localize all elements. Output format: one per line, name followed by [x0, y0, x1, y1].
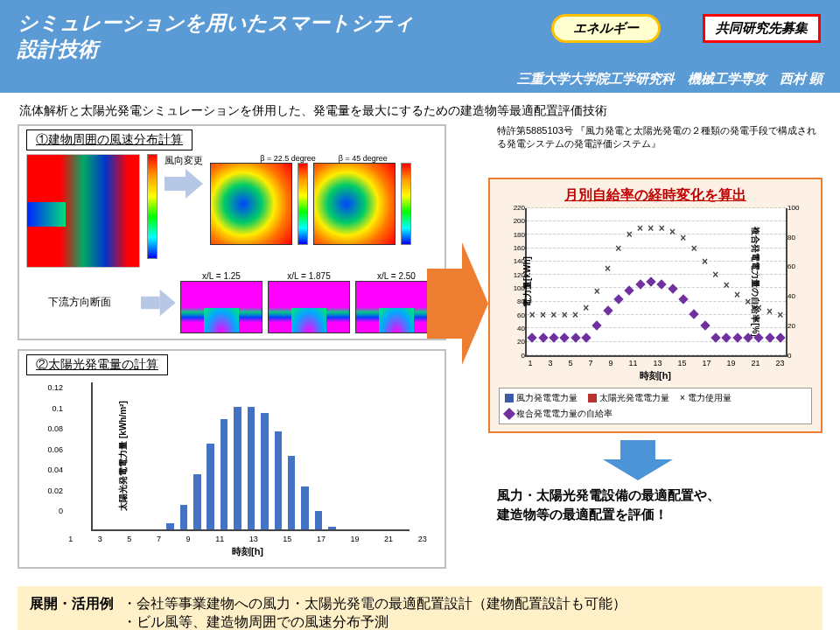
title-line2: 設計技術: [18, 38, 98, 60]
lead-text: 流体解析と太陽光発電シミュレーションを併用した、発電量を最大にするための建造物等…: [0, 93, 840, 124]
combo-xlabel: 時刻[h]: [499, 369, 812, 382]
combo-chart-title: 月別自給率の経時変化を算出: [499, 186, 812, 205]
cfd-beta22: [210, 163, 292, 245]
legend-usage: ×電力使用量: [680, 392, 732, 404]
panel1-heading: ①建物周囲の風速分布計算: [26, 130, 192, 150]
pv-bar-chart: 太陽光発電電力量 [kWh/m²]: [91, 382, 410, 531]
combo-yticks-left: 020406080100120140160180200220: [506, 204, 525, 360]
footer-lines: ・会社等事業建物への風力・太陽光発電の最適配置設計（建物配置設計も可能） ・ビル…: [122, 595, 626, 630]
beta-label-2: β = 45 degree: [339, 154, 388, 163]
panel2-heading: ②太陽光発電量の計算: [26, 354, 168, 375]
legend-wind: 風力発電電力量: [505, 392, 578, 404]
colorbar-icon: [298, 163, 308, 245]
cfd-section-1: [180, 281, 262, 333]
footer-applications: 展開・活用例 ・会社等事業建物への風力・太陽光発電の最適配置設計（建物配置設計も…: [18, 586, 822, 630]
patent-text: 特許第5885103号 『風力発電と太陽光発電の２種類の発電手段で構成される発電…: [497, 124, 822, 151]
arrow-down-icon: [603, 440, 673, 480]
beta-label-1: β = 22.5 degree: [260, 154, 315, 163]
footer-line1: ・会社等事業建物への風力・太陽光発電の最適配置設計（建物配置設計も可能）: [122, 595, 626, 613]
xl-label-2: x/L = 1.875: [268, 271, 350, 281]
header-banner: シミュレーションを用いたスマートシティ 設計技術 エネルギー 共同研究先募集 三…: [0, 0, 840, 93]
badge-energy: エネルギー: [551, 14, 661, 43]
note-downstream: 下流方向断面: [26, 295, 134, 310]
note-wind-direction: 風向変更: [164, 154, 203, 167]
pv-y-ticks: 0.120.10.080.060.040.020: [44, 384, 63, 515]
page-title: シミュレーションを用いたスマートシティ 設計技術: [18, 10, 822, 63]
arrow-right-icon: [164, 169, 203, 199]
combo-chart-panel: 月別自給率の経時変化を算出 電力量[kWh] 複合発電電力量の自給率[%] 02…: [488, 178, 822, 433]
pv-x-ticks: 1357911131517192123: [65, 535, 430, 543]
cfd-section-2: [268, 281, 350, 333]
colorbar-icon: [147, 154, 158, 259]
cfd-plan-view: [26, 154, 140, 268]
xl-label-3: x/L = 2.50: [355, 271, 438, 281]
affiliation: 三重大学大学院工学研究科 機械工学専攻 西村 顕: [517, 71, 822, 88]
combo-legend: 風力発電電力量 太陽光発電電力量 ×電力使用量 複合発電電力量の自給率: [499, 388, 812, 424]
colorbar-icon: [401, 163, 411, 245]
footer-heading: 展開・活用例: [30, 595, 114, 630]
panel-pv-generation: ②太陽光発電量の計算 1日の総量：0.71kWh/m² 0.120.10.080…: [18, 349, 446, 569]
pv-xlabel: 時刻[h]: [65, 545, 430, 558]
badge-collab: 共同研究先募集: [703, 14, 821, 43]
cfd-section-3: [355, 281, 438, 333]
combo-chart: 電力量[kWh] 複合発電電力量の自給率[%] 0204060801001201…: [525, 208, 788, 357]
cfd-beta45: [313, 163, 396, 245]
title-line1: シミュレーションを用いたスマートシティ: [18, 11, 414, 34]
combo-yticks-right: 020406080100: [788, 204, 805, 360]
footer-line2: ・ビル風等、建造物周囲での風速分布予測: [122, 613, 626, 630]
big-arrow-right-icon: [427, 229, 488, 378]
combo-x-ticks: 1357911131517192123: [525, 359, 788, 368]
legend-selfsuff: 複合発電電力量の自給率: [505, 408, 612, 420]
legend-pv: 太陽光発電電力量: [588, 392, 669, 404]
panel-wind-distribution: ①建物周囲の風速分布計算 風向変更 β = 22.5 degree β = 45…: [18, 124, 446, 340]
arrow-right-icon: [141, 289, 173, 316]
xl-label-1: x/L = 1.25: [180, 271, 262, 281]
conclusion-text: 風力・太陽光発電設備の最適配置や、 建造物等の最適配置を評価！: [497, 486, 822, 525]
